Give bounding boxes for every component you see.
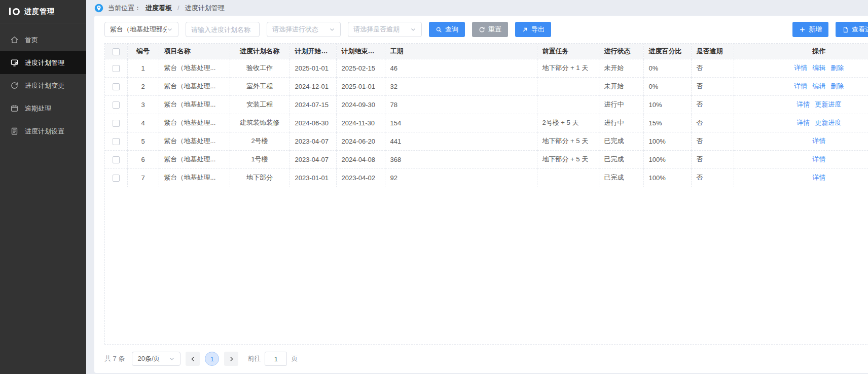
cell-percent: 0% [643, 59, 691, 77]
row-action-link[interactable]: 删除 [830, 82, 844, 90]
cell-status: 未开始 [599, 77, 643, 95]
row-action-link[interactable]: 详情 [797, 119, 810, 126]
chevron-down-icon [169, 356, 175, 362]
next-page-button[interactable] [224, 352, 238, 366]
row-actions: 详情 [734, 168, 868, 187]
board-icon [10, 58, 19, 67]
row-checkbox[interactable] [113, 65, 120, 72]
row-actions: 详情编辑删除 [734, 59, 868, 77]
overdue-select[interactable]: 请选择是否逾期 [348, 22, 422, 37]
cell-predecessor: 2号楼 + 5 天 [537, 114, 599, 132]
status-select[interactable]: 请选择进行状态 [267, 22, 341, 37]
row-actions: 详情 [734, 150, 868, 168]
cell-status: 未开始 [599, 59, 643, 77]
row-actions: 详情 [734, 132, 868, 150]
refresh-icon [479, 26, 485, 33]
row-checkbox[interactable] [113, 101, 120, 109]
cell-no: 3 [127, 95, 159, 114]
column-header: 计划结束时间 [336, 44, 385, 59]
breadcrumb-root[interactable]: 进度看板 [146, 4, 172, 13]
cell-percent: 0% [643, 77, 691, 95]
goto-label: 前往 [247, 354, 261, 363]
row-action-link[interactable]: 更新进度 [815, 119, 841, 126]
row-checkbox[interactable] [113, 175, 120, 182]
row-checkbox[interactable] [113, 156, 120, 163]
column-header: 计划开始时间 [290, 44, 336, 59]
table-row: 2 紫台（地基处理... 室外工程 2024-12-01 2025-01-01 … [105, 77, 868, 95]
cell-predecessor: 地下部分 + 5 天 [537, 150, 599, 168]
home-icon [10, 36, 19, 44]
cell-no: 5 [127, 132, 159, 150]
cell-predecessor: 地下部分 + 5 天 [537, 132, 599, 150]
cell-status: 进行中 [599, 114, 643, 132]
app-window: 进度管理 首页进度计划管理进度计划变更逾期处理进度计划设置 当前位置：进度看板 … [0, 0, 868, 374]
cell-percent: 100% [643, 168, 691, 187]
cell-start-date: 2025-01-01 [290, 59, 336, 77]
cell-plan-name: 验收工作 [230, 59, 290, 77]
cell-end-date: 2024-09-30 [336, 95, 385, 114]
sidebar-item-2[interactable]: 进度计划变更 [0, 74, 86, 97]
select-all-checkbox[interactable] [113, 48, 120, 55]
row-action-link[interactable]: 编辑 [812, 64, 825, 72]
project-select[interactable]: 紫台（地基处理部分 [104, 22, 178, 37]
row-action-link[interactable]: 删除 [830, 64, 844, 72]
cell-percent: 100% [643, 132, 691, 150]
row-checkbox[interactable] [113, 138, 120, 145]
column-header: 进度百分比 [643, 44, 691, 59]
goto-page-input[interactable] [265, 352, 287, 366]
table-row: 4 紫台（地基处理... 建筑装饰装修 2024-06-30 2024-11-3… [105, 114, 868, 132]
cell-start-date: 2023-04-07 [290, 150, 336, 168]
sidebar-item-3[interactable]: 逾期处理 [0, 97, 86, 120]
row-actions: 详情更新进度 [734, 95, 868, 114]
row-action-link[interactable]: 详情 [812, 155, 825, 163]
table-row: 6 紫台（地基处理... 1号楼 2023-04-07 2024-04-08 3… [105, 150, 868, 168]
cell-plan-name: 安装工程 [230, 95, 290, 114]
cell-percent: 15% [643, 114, 691, 132]
row-action-link[interactable]: 详情 [794, 64, 807, 72]
reset-button[interactable]: 重置 [472, 22, 508, 37]
column-header: 进度计划名称 [230, 44, 290, 59]
row-action-link[interactable]: 详情 [794, 82, 807, 90]
row-action-link[interactable]: 编辑 [812, 82, 825, 90]
cell-predecessor [537, 168, 599, 187]
page-number-1[interactable]: 1 [205, 352, 219, 366]
row-action-link[interactable]: 更新进度 [815, 100, 841, 108]
cell-start-date: 2023-01-01 [290, 168, 336, 187]
prev-page-button[interactable] [186, 352, 200, 366]
add-button[interactable]: 新增 [792, 22, 828, 37]
export-button-label: 导出 [531, 25, 545, 34]
reset-button-label: 重置 [488, 25, 501, 34]
row-action-link[interactable]: 详情 [812, 137, 825, 145]
sidebar-item-label: 进度计划管理 [25, 58, 64, 67]
document-icon [10, 127, 19, 135]
export-button[interactable]: 导出 [515, 22, 551, 37]
row-action-link[interactable]: 详情 [797, 100, 810, 108]
breadcrumb-current: 进度计划管理 [185, 4, 225, 13]
sidebar-item-1[interactable]: 进度计划管理 [0, 51, 86, 74]
cell-status: 已完成 [599, 150, 643, 168]
sidebar-item-label: 进度计划设置 [25, 127, 64, 136]
cell-plan-name: 1号楼 [230, 150, 290, 168]
cell-project-name: 紫台（地基处理... [159, 132, 230, 150]
project-select-value: 紫台（地基处理部分 [110, 25, 167, 34]
cell-start-date: 2024-06-30 [290, 114, 336, 132]
cell-duration: 368 [385, 150, 537, 168]
cell-plan-name: 室外工程 [230, 77, 290, 95]
row-checkbox[interactable] [113, 120, 120, 127]
cell-status: 已完成 [599, 132, 643, 150]
cell-predecessor: 地下部分 + 1 天 [537, 59, 599, 77]
cell-end-date: 2024-04-08 [336, 150, 385, 168]
location-pin-icon [94, 4, 103, 13]
plan-name-input[interactable] [191, 26, 254, 33]
search-button[interactable]: 查询 [429, 22, 465, 37]
page-size-select[interactable]: 20条/页 [132, 352, 180, 366]
sidebar-item-0[interactable]: 首页 [0, 28, 86, 51]
cell-overdue: 否 [691, 95, 734, 114]
row-action-link[interactable]: 详情 [812, 174, 825, 181]
pagination-total: 共 7 条 [104, 354, 125, 363]
cell-overdue: 否 [691, 77, 734, 95]
view-plan-chart-button[interactable]: 查看进度计划图 [836, 22, 868, 37]
sidebar-item-4[interactable]: 进度计划设置 [0, 120, 86, 143]
table-header-row: 编号项目名称进度计划名称计划开始时间计划结束时间工期前置任务进行状态进度百分比是… [105, 44, 868, 59]
row-checkbox[interactable] [113, 83, 120, 90]
